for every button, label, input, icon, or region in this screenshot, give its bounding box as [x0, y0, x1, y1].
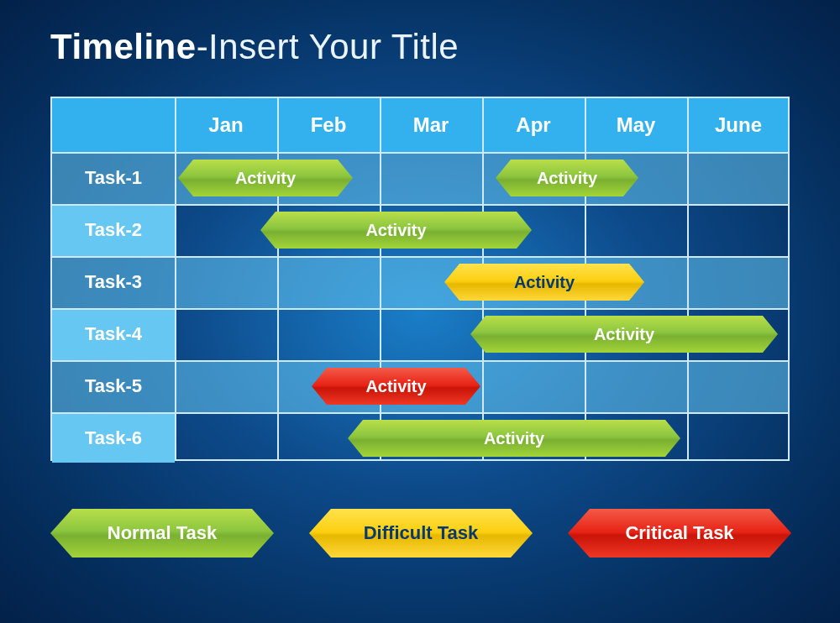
title-rest: -Insert Your Title [197, 27, 459, 66]
task-label-2: Task-2 [52, 204, 175, 256]
bar-task2[interactable]: Activity [260, 212, 532, 249]
title-bold: Timeline [50, 27, 197, 66]
legend: Normal Task Difficult Task Critical Task [50, 504, 790, 563]
bar-task5[interactable]: Activity [312, 368, 480, 405]
month-apr: Apr [482, 98, 585, 152]
month-feb: Feb [277, 98, 380, 152]
task-label-5: Task-5 [52, 360, 175, 412]
row-line [52, 308, 788, 310]
row-line [52, 412, 788, 414]
task-label-6: Task-6 [52, 412, 175, 464]
bar-task1-a[interactable]: Activity [178, 160, 353, 196]
row-line [52, 152, 788, 154]
task-label-1: Task-1 [52, 152, 175, 204]
legend-critical[interactable]: Critical Task [568, 509, 791, 558]
legend-difficult[interactable]: Difficult Task [309, 509, 533, 558]
timeline-grid: Jan Feb Mar Apr May June Task-1 Task-2 T… [50, 97, 790, 461]
month-jan: Jan [175, 98, 277, 152]
month-june: June [687, 98, 790, 152]
task-label-4: Task-4 [52, 308, 175, 360]
slide: Timeline-Insert Your Title Jan Feb Mar A… [0, 0, 840, 623]
bar-task1-b[interactable]: Activity [496, 160, 638, 196]
header-row: Jan Feb Mar Apr May June [52, 98, 788, 152]
row-line [52, 256, 788, 258]
month-may: May [585, 98, 687, 152]
bar-task3[interactable]: Activity [444, 264, 644, 301]
bar-task4[interactable]: Activity [470, 316, 778, 353]
slide-title: Timeline-Insert Your Title [50, 27, 459, 67]
month-mar: Mar [380, 98, 482, 152]
legend-normal[interactable]: Normal Task [50, 509, 274, 558]
bar-task6[interactable]: Activity [348, 420, 680, 457]
row-line [52, 360, 788, 362]
row-line [52, 204, 788, 206]
task-label-3: Task-3 [52, 256, 175, 308]
